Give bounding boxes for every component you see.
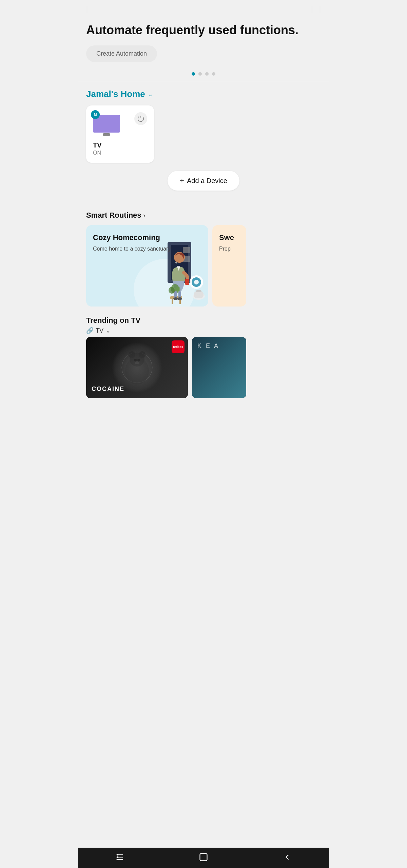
routines-scroll: Cozy Homecoming Come home to a cozy sanc… <box>78 225 329 309</box>
trending-card-kea[interactable]: K E A <box>192 337 246 398</box>
recents-icon <box>115 852 124 862</box>
trending-device-label: TV <box>96 327 103 334</box>
trending-device-selector[interactable]: 🔗 TV ⌄ <box>86 327 321 334</box>
device-card: N TV ON <box>86 105 154 163</box>
svg-point-31 <box>173 297 178 300</box>
routine-card-sweet-title: Swe <box>219 233 239 242</box>
svg-point-38 <box>134 359 137 361</box>
menu-button[interactable] <box>86 6 88 13</box>
svg-rect-47 <box>200 854 207 861</box>
device-status: ON <box>93 150 147 156</box>
device-card-top: N <box>93 112 147 136</box>
home-header: Jamal's Home ⌄ <box>86 89 321 99</box>
routine-card-sweet-desc: Prep <box>219 245 239 253</box>
pagination-dot-2[interactable] <box>198 72 202 76</box>
tv-illustration: N <box>93 112 123 136</box>
svg-point-24 <box>169 287 175 294</box>
home-title: Jamal's Home <box>86 89 145 99</box>
pagination-dot-1[interactable] <box>192 72 195 76</box>
routine-card-cozy-desc: Come home to a cozy sanctuary <box>93 245 201 253</box>
pagination-dots <box>78 65 329 82</box>
top-bar-actions <box>311 6 321 13</box>
smart-routines-section: Smart Routines › Cozy Homecoming Come ho… <box>78 211 329 309</box>
bottom-navigation <box>78 848 329 868</box>
svg-point-36 <box>129 351 135 358</box>
back-icon <box>283 852 292 862</box>
routine-card-sweet-text: Swe Prep <box>212 225 246 261</box>
trending-header: Trending on TV 🔗 TV ⌄ <box>86 316 321 334</box>
svg-rect-19 <box>196 290 201 292</box>
nav-recents-button[interactable] <box>108 850 131 865</box>
trending-title: Trending on TV <box>86 316 321 325</box>
svg-point-40 <box>135 361 139 364</box>
device-name: TV <box>93 141 147 149</box>
svg-rect-27 <box>172 299 173 304</box>
trending-chevron-icon: ⌄ <box>105 327 111 334</box>
pagination-dot-3[interactable] <box>205 72 209 76</box>
redbox-badge: redbox <box>172 340 185 353</box>
nav-back-button[interactable] <box>276 850 299 865</box>
add-device-label: Add a Device <box>187 177 227 185</box>
smart-routines-title: Smart Routines <box>86 211 141 220</box>
svg-point-37 <box>139 351 146 358</box>
tv-stand <box>103 133 110 136</box>
hero-title: Automate frequently used functions. <box>86 23 321 37</box>
hero-section: Automate frequently used functions. Crea… <box>78 16 329 65</box>
routine-card-sweet[interactable]: Swe Prep <box>212 225 246 307</box>
trending-scroll: COCAINE redbox K E A <box>78 337 329 398</box>
nav-home-button[interactable] <box>192 850 215 865</box>
assistant-button[interactable] <box>311 6 313 13</box>
routine-card-cozy-title: Cozy Homecoming <box>93 233 201 242</box>
section-divider <box>78 82 329 82</box>
home-section: Jamal's Home ⌄ N TV ON <box>78 89 329 201</box>
cocaine-illustration <box>113 344 161 391</box>
link-icon: 🔗 <box>86 327 94 334</box>
trending-cocaine-content: COCAINE redbox <box>86 337 188 398</box>
svg-point-39 <box>137 359 140 361</box>
top-bar <box>78 0 329 16</box>
trending-card-cocaine[interactable]: COCAINE redbox <box>86 337 188 398</box>
cocaine-title: COCAINE <box>92 386 124 393</box>
home-nav-icon <box>199 852 208 862</box>
svg-point-32 <box>177 297 182 300</box>
routine-card-cozy-text: Cozy Homecoming Come home to a cozy sanc… <box>86 225 208 261</box>
plus-icon: + <box>180 176 184 185</box>
routine-card-cozy[interactable]: Cozy Homecoming Come home to a cozy sanc… <box>86 225 208 307</box>
power-button[interactable] <box>134 112 147 125</box>
svg-point-16 <box>194 280 199 284</box>
power-icon <box>137 115 144 122</box>
trending-section: Trending on TV 🔗 TV ⌄ <box>78 316 329 398</box>
create-automation-button[interactable]: Create Automation <box>86 45 157 62</box>
pagination-dot-4[interactable] <box>212 72 215 76</box>
svg-rect-21 <box>185 279 189 285</box>
add-device-button[interactable]: + Add a Device <box>168 171 239 191</box>
kea-title: K E A <box>197 342 219 350</box>
chevron-down-icon[interactable]: ⌄ <box>148 91 153 98</box>
trending-kea-content: K E A <box>192 337 246 398</box>
notification-badge: N <box>91 110 100 119</box>
notifications-button[interactable] <box>319 6 321 13</box>
smart-routines-header: Smart Routines › <box>86 211 321 220</box>
redbox-label: redbox <box>173 345 183 349</box>
chevron-right-icon[interactable]: › <box>143 212 146 219</box>
